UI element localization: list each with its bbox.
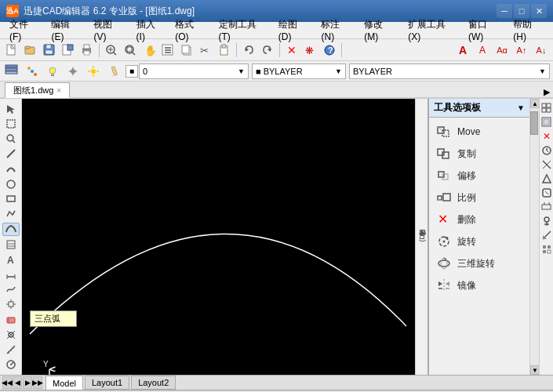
linetype-dropdown[interactable]: BYLAYER ▼ <box>349 64 550 79</box>
tab-arrow-right[interactable]: ▶ <box>544 87 550 97</box>
tb-text-a2[interactable]: A <box>474 42 491 59</box>
minimize-button[interactable]: ─ <box>497 4 512 18</box>
tool-dimension[interactable] <box>2 267 20 281</box>
tb-light-bulb[interactable] <box>44 63 61 80</box>
tb-gear[interactable] <box>64 63 82 80</box>
tool-move[interactable]: Move <box>432 121 526 143</box>
tb-pan[interactable]: ✋ <box>140 42 158 59</box>
fr-btn-2[interactable] <box>540 116 553 129</box>
tool-delete[interactable]: ✕ 删除 <box>432 209 526 230</box>
tb-undo[interactable] <box>240 42 257 59</box>
tool-options[interactable] <box>2 358 20 372</box>
tb-text-a3[interactable]: Aα <box>493 42 511 59</box>
tool-scale[interactable]: 比例 <box>432 187 526 209</box>
tb-layer-icon[interactable] <box>3 63 20 80</box>
fr-btn-close[interactable]: ✕ <box>540 130 553 143</box>
fr-btn-5[interactable] <box>540 158 553 171</box>
tool-copy[interactable]: 复制 <box>432 143 526 165</box>
svg-rect-116 <box>547 108 551 112</box>
menu-help[interactable]: 帮助(H) <box>507 22 550 38</box>
fr-btn-9[interactable] <box>540 215 553 227</box>
tool-spline[interactable] <box>2 283 20 296</box>
menu-edit[interactable]: 编辑(E) <box>45 22 87 38</box>
canvas-area[interactable]: 三点弧 Y X <box>22 99 415 375</box>
close-button[interactable]: ✕ <box>531 4 547 18</box>
maximize-button[interactable]: □ <box>514 4 529 18</box>
tb-text-a4[interactable]: A↑ <box>513 42 530 59</box>
tb-copy[interactable] <box>178 42 195 59</box>
tb-delete[interactable]: ✕ <box>283 42 300 59</box>
tab-nav-last[interactable]: ▶▶ <box>33 376 42 389</box>
tb-new[interactable] <box>3 42 20 59</box>
tool-arc[interactable] <box>2 162 20 176</box>
tb-properties[interactable] <box>159 42 176 59</box>
tb-save[interactable] <box>41 42 58 59</box>
panel-collapse-btn[interactable]: ▼ <box>517 103 525 112</box>
coord-label-1[interactable]: 修改(D) <box>417 232 427 242</box>
tb-zoom-extent[interactable] <box>103 42 120 59</box>
tool-active[interactable] <box>2 223 20 236</box>
menu-ext-tools[interactable]: 扩展工具(X) <box>402 22 462 38</box>
menu-custom-tools[interactable]: 定制工具(T) <box>213 22 272 38</box>
menu-modify[interactable]: 修改(M) <box>358 22 402 38</box>
tool-zoom[interactable] <box>2 132 20 145</box>
svg-line-126 <box>545 191 548 194</box>
tab-nav-prev[interactable]: ◀ <box>13 376 22 389</box>
tab-close-button[interactable]: × <box>56 86 61 95</box>
fr-btn-1[interactable] <box>540 102 553 114</box>
tool-rect[interactable] <box>2 192 20 205</box>
tool-measure[interactable] <box>2 343 20 357</box>
tab-model[interactable]: Model <box>45 376 83 390</box>
fr-btn-6[interactable] <box>540 172 553 185</box>
tool-snap[interactable] <box>2 328 20 341</box>
tb-pencil[interactable] <box>105 63 122 80</box>
tab-nav-next[interactable]: ▶ <box>23 376 32 389</box>
tb-text-a1[interactable]: A <box>454 42 471 59</box>
tb-sun[interactable] <box>85 63 102 80</box>
tb-zoom-window[interactable] <box>122 42 139 59</box>
layer-dropdown[interactable]: 0 ▼ <box>139 64 249 79</box>
tb-redo[interactable] <box>259 42 276 59</box>
tool-hatch[interactable] <box>2 238 20 251</box>
fr-btn-10[interactable] <box>540 229 553 241</box>
tb-text-a5[interactable]: A↓ <box>533 42 550 59</box>
menu-annotate[interactable]: 标注(N) <box>315 22 358 38</box>
tool-rotate[interactable]: 旋转 <box>432 230 526 252</box>
tb-obj-props[interactable] <box>24 63 41 80</box>
color-dropdown[interactable]: ■ BYLAYER ▼ <box>252 64 346 79</box>
tb-cut[interactable]: ✂ <box>197 42 214 59</box>
fr-btn-7[interactable] <box>540 187 553 199</box>
tool-line[interactable] <box>2 147 20 161</box>
panel-scroll-thumb[interactable] <box>530 111 538 135</box>
tab-layout2[interactable]: Layout2 <box>131 376 176 390</box>
tab-drawing[interactable]: 图纸1.dwg × <box>5 82 70 98</box>
menu-insert[interactable]: 插入(I) <box>130 22 169 38</box>
tool-circle[interactable] <box>2 177 20 191</box>
fr-btn-8[interactable] <box>540 201 553 213</box>
menu-file[interactable]: 文件(F) <box>3 22 45 38</box>
tool-offset[interactable]: 偏移 <box>432 165 526 187</box>
tool-text[interactable]: A <box>2 252 20 266</box>
tb-saveas[interactable] <box>60 42 77 59</box>
tb-paste[interactable] <box>216 42 233 59</box>
tool-3drotate[interactable]: 三维旋转 <box>432 252 526 274</box>
tb-animate[interactable]: ❋ <box>302 42 319 59</box>
tool-select-arrow[interactable] <box>2 102 20 115</box>
tb-open[interactable] <box>22 42 39 59</box>
tool-insert[interactable] <box>2 298 20 311</box>
fr-btn-11[interactable] <box>540 243 553 256</box>
tab-layout1[interactable]: Layout1 <box>85 376 129 390</box>
fr-btn-4[interactable] <box>540 144 553 157</box>
tool-select2[interactable] <box>2 117 20 130</box>
tb-print[interactable] <box>78 42 96 59</box>
tb-help[interactable]: ? <box>321 42 338 59</box>
menu-format[interactable]: 格式(O) <box>169 22 212 38</box>
tab-nav-first[interactable]: ◀◀ <box>2 376 12 389</box>
menu-window[interactable]: 窗口(W) <box>462 22 507 38</box>
menu-draw[interactable]: 绘图(D) <box>272 22 315 38</box>
tool-mirror[interactable]: 镜像 <box>432 274 526 296</box>
menu-view[interactable]: 视图(V) <box>87 22 129 38</box>
panel-header: 工具选项板 ▼ <box>429 99 529 118</box>
tool-polyline[interactable] <box>2 208 20 221</box>
tool-erase[interactable] <box>2 313 20 326</box>
